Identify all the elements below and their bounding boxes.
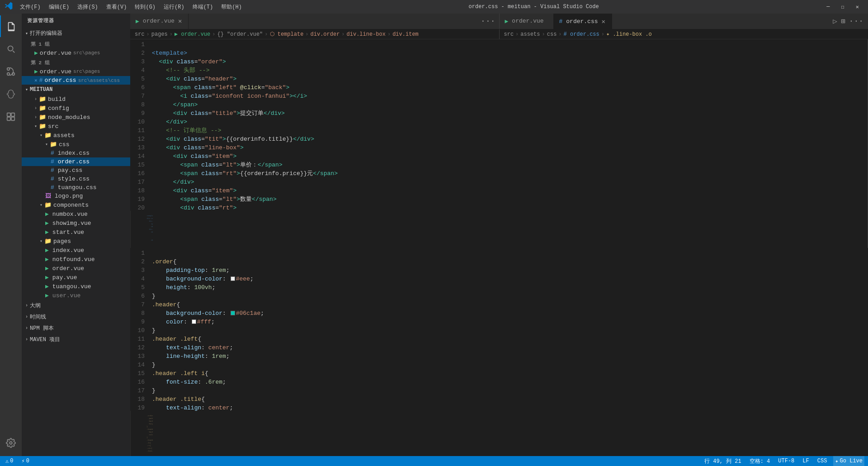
file-notfound-vue[interactable]: ▶ notfound.vue <box>22 255 130 264</box>
menu-select[interactable]: 选择(S) <box>74 2 102 12</box>
file-index-css[interactable]: # index.css <box>22 149 130 157</box>
status-eol[interactable]: LF <box>801 456 811 466</box>
folder-build[interactable]: › 📁 build <box>22 95 130 104</box>
vue-tab-icon-r: ▶ <box>505 18 509 25</box>
bc-braces[interactable]: {} "order.vue" <box>217 31 263 38</box>
activity-explorer[interactable] <box>0 15 22 37</box>
tab-order-vue-right[interactable]: ▶ order.vue <box>500 14 554 29</box>
file-tuangou-vue[interactable]: ▶ tuangou.vue <box>22 282 130 291</box>
outline-header[interactable]: › 大纲 <box>22 300 130 311</box>
folder-src[interactable]: ▾ 📁 src <box>22 122 130 131</box>
bc-order-vue[interactable]: ▶ order.vue <box>175 31 210 38</box>
folder-config[interactable]: › 📁 config <box>22 104 130 113</box>
folder-icon2: 📁 <box>39 105 46 112</box>
activity-settings[interactable] <box>0 432 22 454</box>
menu-help[interactable]: 帮助(H) <box>217 2 245 12</box>
file-user-vue[interactable]: ▶ user.vue <box>22 291 130 300</box>
close-button[interactable]: ✕ <box>851 3 863 11</box>
tab-order-css[interactable]: # order.css ✕ <box>554 14 612 29</box>
open-editors-label: 打开的编辑器 <box>30 29 62 37</box>
bc-div-linebox[interactable]: div.line-box <box>347 31 386 38</box>
file-pay-vue[interactable]: ▶ pay.vue <box>22 273 130 282</box>
bc-pages[interactable]: pages <box>151 31 168 38</box>
error-icon: ⚠ <box>5 458 9 465</box>
open-file-order-vue-g1[interactable]: ▶ order.vue src\pages <box>22 48 130 57</box>
tab-close-css[interactable]: ✕ <box>601 18 606 25</box>
file-style-css[interactable]: # style.css <box>22 175 130 183</box>
npm-header[interactable]: › NPM 脚本 <box>22 323 130 334</box>
tab-order-vue-left[interactable]: ▶ order.vue ✕ <box>130 14 189 29</box>
file-logo-png[interactable]: 🖼 logo.png <box>22 192 130 200</box>
menu-run[interactable]: 运行(R) <box>160 2 188 12</box>
folder-icon8: 📁 <box>44 238 52 245</box>
folder-label: build <box>48 96 66 103</box>
open-editors-header[interactable]: ▾ 打开的编辑器 <box>22 28 130 39</box>
folder-icon3: 📁 <box>39 114 46 121</box>
menu-file[interactable]: 文件(F) <box>16 2 44 12</box>
menu-terminal[interactable]: 终端(T) <box>189 2 217 12</box>
file-tuangou-css[interactable]: # tuangou.css <box>22 183 130 192</box>
status-warnings[interactable]: ⚡ 0 <box>19 456 31 466</box>
bc-div-order[interactable]: div.order <box>311 31 340 38</box>
file-pay-css[interactable]: # pay.css <box>22 166 130 175</box>
close-icon-css[interactable]: ✕ <box>34 77 38 83</box>
folder-assets[interactable]: ▾ 📁 assets <box>22 131 130 140</box>
tab-close-left[interactable]: ✕ <box>177 17 183 25</box>
minimize-button[interactable]: ─ <box>822 3 834 11</box>
status-encoding[interactable]: UTF-8 <box>776 456 796 466</box>
status-golive[interactable]: ✦ Go Live <box>833 456 864 466</box>
run-button[interactable]: ▷ <box>833 17 837 26</box>
rbc-css[interactable]: css <box>547 31 557 38</box>
file-label8: showimg.vue <box>52 220 91 227</box>
activity-debug[interactable] <box>0 83 22 105</box>
left-code-content[interactable]: 12345 678910 1112131415 1617181920 21222… <box>130 39 868 211</box>
maximize-button[interactable]: ☐ <box>837 3 849 11</box>
file-order-vue[interactable]: ▶ order.vue <box>22 264 130 273</box>
status-errors[interactable]: ⚠ 0 <box>4 456 15 466</box>
menu-view[interactable]: 查看(V) <box>103 2 131 12</box>
folder-components[interactable]: ▾ 📁 components <box>22 200 130 209</box>
tab-more-left[interactable]: ··· <box>477 17 499 26</box>
split-button[interactable]: ⊞ <box>841 17 845 26</box>
menu-bar[interactable]: 文件(F) 编辑(E) 选择(S) 查看(V) 转到(G) 运行(R) 终端(T… <box>16 2 245 12</box>
open-file-order-vue-g2[interactable]: ▶ order.vue src\pages <box>22 67 130 76</box>
file-showimg-vue[interactable]: ▶ showimg.vue <box>22 219 130 228</box>
file-start-vue[interactable]: ▶ start.vue <box>22 228 130 237</box>
bc-sep5: › <box>305 31 308 38</box>
svg-rect-1 <box>11 113 14 116</box>
folder-node-modules[interactable]: › 📁 node_modules <box>22 113 130 122</box>
status-spaces[interactable]: 空格: 4 <box>748 456 772 466</box>
more-button-right[interactable]: ··· <box>849 17 863 26</box>
folder-label8: pages <box>53 238 71 245</box>
status-line-col[interactable]: 行 49, 列 21 <box>703 456 743 466</box>
status-lang[interactable]: CSS <box>816 456 829 466</box>
bc-src[interactable]: src <box>135 31 145 38</box>
window-controls[interactable]: ─ ☐ ✕ <box>822 3 863 11</box>
right-code-lines[interactable]: .order{ padding-top: 1rem; background-co… <box>148 248 868 411</box>
file-numbox-vue[interactable]: ▶ numbox.vue <box>22 209 130 219</box>
rbc-src[interactable]: src <box>504 31 514 38</box>
file-order-css[interactable]: # order.css <box>22 157 130 166</box>
left-code-lines[interactable]: <template> <div class="order"> <!-- 头部 -… <box>148 39 868 211</box>
folder-pages[interactable]: ▾ 📁 pages <box>22 237 130 246</box>
maven-header[interactable]: › MAVEN 项目 <box>22 334 130 345</box>
bc-template[interactable]: ⬡ template <box>270 31 304 38</box>
error-count: 0 <box>10 458 13 464</box>
open-file-order-css[interactable]: ✕ # order.css src\assets\css <box>22 76 130 85</box>
menu-goto[interactable]: 转到(G) <box>131 2 159 12</box>
folder-css[interactable]: ▾ 📁 css <box>22 140 130 149</box>
timeline-header[interactable]: › 时间线 <box>22 311 130 323</box>
rbc-hash[interactable]: # order.css <box>564 31 599 38</box>
bc-div-item[interactable]: div.item <box>392 31 419 38</box>
right-code-content[interactable]: 12345 678910 1112131415 1617181920 21222… <box>130 248 868 411</box>
activity-scm[interactable] <box>0 61 22 82</box>
activity-extensions[interactable] <box>0 106 22 128</box>
rbc-selector[interactable]: ✦ .line-box .o <box>606 31 652 38</box>
file-index-vue[interactable]: ▶ index.vue <box>22 246 130 255</box>
folder-arrow2: › <box>34 106 37 111</box>
main-container: 资源管理器 ▾ 打开的编辑器 第 1 组 ▶ order.vue src\pag… <box>0 14 868 456</box>
project-header[interactable]: ▾ MEITUAN <box>22 85 130 95</box>
activity-search[interactable] <box>0 38 22 60</box>
rbc-assets[interactable]: assets <box>520 31 540 38</box>
menu-edit[interactable]: 编辑(E) <box>45 2 73 12</box>
